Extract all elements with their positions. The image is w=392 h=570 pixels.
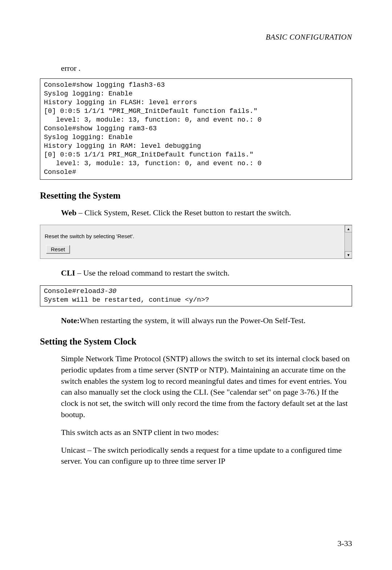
code2-italic: 3-30 (100, 288, 116, 295)
page-number: 3-33 (338, 539, 352, 548)
note-text: Note:When restarting the system, it will… (61, 315, 352, 326)
note-prefix: Note: (61, 316, 79, 325)
code-block-logging: Console#show logging flash3-63 Syslog lo… (40, 78, 352, 180)
scroll-down-icon[interactable]: ▼ (345, 251, 352, 258)
cli-instruction: CLI – Use the reload command to restart … (61, 268, 352, 279)
gui-reset-panel: Reset the switch by selecting 'Reset'. R… (40, 225, 352, 259)
web-instruction: Web – Click System, Reset. Click the Res… (61, 207, 352, 219)
heading-resetting-system: Resetting the System (40, 191, 352, 201)
error-label: error . (61, 64, 352, 73)
cli-prefix: CLI (61, 268, 75, 277)
note-rest: When restarting the system, it will alwa… (79, 316, 305, 325)
heading-system-clock: Setting the System Clock (40, 337, 352, 347)
scroll-up-icon[interactable]: ▲ (345, 225, 352, 232)
vertical-scrollbar[interactable]: ▲ ▼ (344, 225, 352, 258)
web-rest: – Click System, Reset. Click the Reset b… (77, 208, 291, 217)
web-prefix: Web (61, 208, 77, 217)
code-block-reload: Console#reload3-30 System will be restar… (40, 285, 352, 306)
page-header-section: BASIC CONFIGURATION (40, 33, 352, 42)
reset-button[interactable]: Reset (46, 245, 70, 253)
gui-instruction-text: Reset the switch by selecting 'Reset'. (45, 233, 347, 239)
sntp-paragraph-2: This switch acts as an SNTP client in tw… (61, 427, 352, 438)
code2-lineb: System will be restarted, continue <y/n>… (44, 296, 209, 304)
sntp-paragraph-3: Unicast – The switch periodically sends … (61, 445, 352, 467)
code2-linea: Console#reload (44, 288, 100, 295)
cli-rest: – Use the reload command to restart the … (75, 268, 229, 277)
sntp-paragraph-1: Simple Network Time Protocol (SNTP) allo… (61, 353, 352, 420)
